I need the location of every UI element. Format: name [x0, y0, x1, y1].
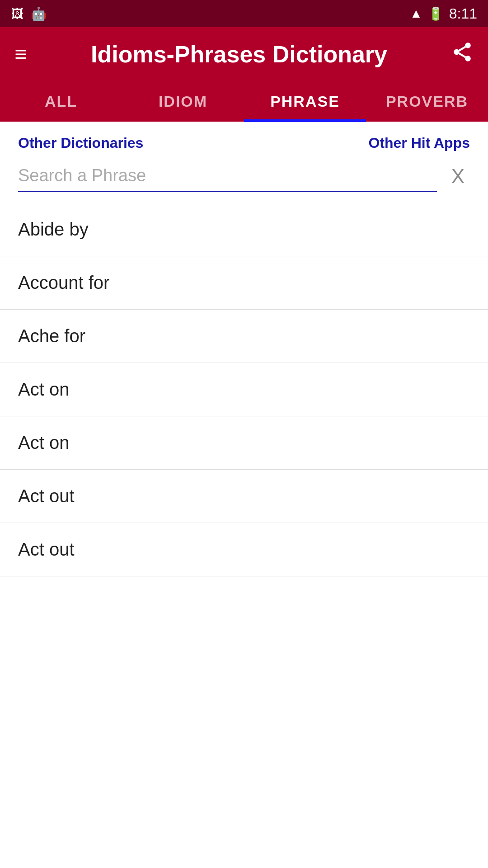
list-item[interactable]: Act out — [0, 523, 488, 576]
svg-point-2 — [465, 56, 471, 61]
clear-button[interactable]: X — [446, 163, 470, 189]
battery-icon: 🔋 — [428, 6, 444, 21]
share-icon[interactable] — [451, 41, 474, 68]
search-input[interactable] — [18, 160, 437, 192]
tab-idiom[interactable]: IDIOM — [122, 81, 244, 121]
list-item[interactable]: Ache for — [0, 310, 488, 363]
status-bar: 🖼 🤖 ▲ 🔋 8:11 — [0, 0, 488, 27]
tabs: ALL IDIOM PHRASE PROVERB — [0, 81, 488, 122]
status-bar-right: ▲ 🔋 8:11 — [410, 5, 477, 22]
android-icon: 🤖 — [31, 6, 47, 21]
search-container: X — [0, 160, 488, 203]
svg-point-0 — [465, 42, 471, 48]
image-icon: 🖼 — [11, 6, 23, 21]
phrase-list: Abide by Account for Ache for Act on Act… — [0, 203, 488, 576]
links-row: Other Dictionaries Other Hit Apps — [0, 122, 488, 160]
menu-icon[interactable]: ≡ — [14, 43, 27, 65]
tab-all[interactable]: ALL — [0, 81, 122, 121]
status-time: 8:11 — [449, 5, 477, 22]
svg-point-1 — [454, 49, 460, 55]
app-title: Idioms-Phrases Dictionary — [42, 41, 436, 68]
svg-line-3 — [459, 53, 465, 57]
content-area: Other Dictionaries Other Hit Apps X Abid… — [0, 122, 488, 576]
tab-proverb[interactable]: PROVERB — [366, 81, 488, 121]
other-hit-apps-link[interactable]: Other Hit Apps — [368, 135, 470, 151]
list-item[interactable]: Abide by — [0, 203, 488, 256]
list-item[interactable]: Act on — [0, 416, 488, 470]
app-bar: ≡ Idioms-Phrases Dictionary — [0, 27, 488, 81]
tab-phrase[interactable]: PHRASE — [244, 81, 366, 121]
search-wrapper — [18, 160, 437, 192]
status-bar-left: 🖼 🤖 — [11, 6, 403, 21]
list-item[interactable]: Act out — [0, 470, 488, 523]
signal-icon: ▲ — [410, 6, 422, 21]
list-item[interactable]: Account for — [0, 256, 488, 310]
list-item[interactable]: Act on — [0, 363, 488, 416]
other-dictionaries-link[interactable]: Other Dictionaries — [18, 135, 143, 151]
svg-line-4 — [459, 47, 465, 51]
